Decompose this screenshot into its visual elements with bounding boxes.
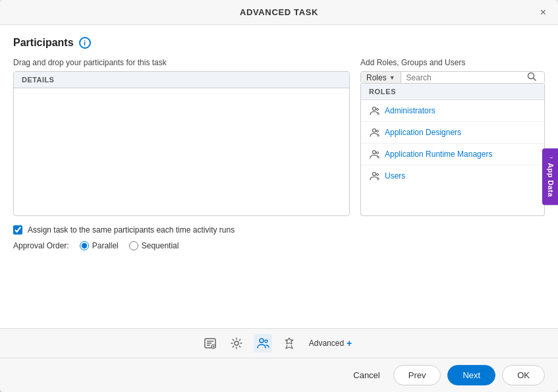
drag-drop-area[interactable]: DETAILS	[13, 71, 350, 216]
footer: Cancel Prev Next OK	[0, 358, 558, 392]
svg-point-17	[235, 341, 238, 345]
sequential-option[interactable]: Sequential	[129, 241, 179, 250]
cancel-button[interactable]: Cancel	[347, 366, 386, 385]
svg-point-2	[373, 107, 376, 111]
sequential-label: Sequential	[142, 241, 179, 250]
role-icon	[369, 127, 379, 138]
ok-button[interactable]: OK	[502, 365, 545, 385]
svg-point-3	[377, 109, 379, 111]
modal-title: ADVANCED TASK	[240, 7, 318, 17]
svg-line-1	[534, 78, 536, 81]
left-panel: Drag and drop your participants for this…	[13, 58, 350, 216]
search-icon	[527, 72, 536, 81]
toolbar: Advanced +	[0, 328, 558, 358]
role-icon	[369, 171, 379, 181]
search-input-wrap	[401, 72, 544, 83]
right-panel: Add Roles, Groups and Users Roles ▼	[360, 58, 545, 216]
svg-point-9	[377, 174, 379, 176]
assign-checkbox[interactable]	[13, 225, 22, 235]
app-data-tab[interactable]: ‹ App Data	[542, 148, 558, 205]
title-bar: ADVANCED TASK ×	[0, 0, 558, 25]
info-icon[interactable]: i	[79, 37, 91, 49]
sequential-radio[interactable]	[129, 241, 138, 250]
svg-point-4	[373, 129, 376, 132]
role-icon	[369, 105, 379, 116]
participants-title: Participants	[13, 37, 74, 49]
search-input[interactable]	[406, 73, 524, 82]
svg-point-8	[373, 173, 376, 176]
role-name: Users	[385, 171, 405, 181]
role-icon	[369, 149, 379, 159]
app-data-label: App Data	[547, 163, 555, 197]
toolbar-badge-button[interactable]	[280, 334, 298, 352]
dropdown-arrow-icon: ▼	[389, 74, 395, 81]
svg-point-6	[373, 151, 376, 154]
participants-icon	[204, 337, 217, 350]
toolbar-settings-button[interactable]	[227, 334, 246, 352]
approval-label: Approval Order:	[13, 241, 69, 250]
people-icon	[256, 337, 269, 350]
parallel-option[interactable]: Parallel	[80, 241, 119, 250]
advanced-label: Advanced	[309, 339, 344, 348]
add-roles-label: Add Roles, Groups and Users	[360, 58, 545, 67]
search-icon-button[interactable]	[524, 72, 539, 83]
svg-point-5	[377, 130, 379, 132]
parallel-radio[interactable]	[80, 241, 89, 250]
roles-items-container: Administrators Application Designers App…	[361, 100, 544, 186]
svg-point-7	[377, 152, 379, 154]
role-name: Application Runtime Managers	[385, 150, 492, 159]
role-item[interactable]: Application Runtime Managers	[361, 144, 544, 165]
assign-checkbox-label: Assign task to the same participants eac…	[28, 225, 235, 235]
role-item[interactable]: Administrators	[361, 100, 544, 122]
dropdown-value: Roles	[366, 73, 387, 82]
toolbar-icons	[201, 334, 298, 352]
app-data-chevron-icon: ‹	[547, 156, 555, 159]
toolbar-people-button[interactable]	[254, 334, 272, 352]
modal-body: ‹ App Data Participants i Drag and drop …	[0, 25, 558, 328]
roles-list-header: ROLES	[361, 84, 544, 100]
modal-container: ADVANCED TASK × ‹ App Data Participants …	[0, 0, 558, 392]
advanced-button[interactable]: Advanced +	[304, 335, 358, 351]
drag-area-header: DETAILS	[14, 72, 349, 88]
approval-order-row: Approval Order: Parallel Sequential	[13, 241, 545, 250]
section-heading: Participants i	[13, 37, 545, 49]
settings-icon	[230, 337, 243, 350]
badge-icon	[283, 337, 296, 350]
svg-point-19	[265, 340, 267, 343]
roles-dropdown[interactable]: Roles ▼	[361, 72, 401, 83]
svg-point-18	[260, 339, 264, 343]
parallel-label: Parallel	[92, 241, 119, 250]
prev-button[interactable]: Prev	[393, 365, 441, 385]
assign-checkbox-row: Assign task to the same participants eac…	[13, 225, 545, 235]
advanced-plus-icon: +	[347, 338, 352, 349]
next-button[interactable]: Next	[447, 365, 495, 385]
role-name: Administrators	[385, 106, 435, 115]
drag-label: Drag and drop your participants for this…	[13, 58, 350, 67]
role-item[interactable]: Users	[361, 165, 544, 186]
toolbar-participants-button[interactable]	[201, 334, 219, 352]
role-name: Application Designers	[385, 128, 461, 137]
role-item[interactable]: Application Designers	[361, 122, 544, 144]
two-panel: Drag and drop your participants for this…	[13, 58, 545, 216]
roles-list: ROLES Administrators Application Designe…	[360, 84, 545, 216]
search-bar: Roles ▼	[360, 71, 545, 84]
close-button[interactable]: ×	[536, 6, 550, 19]
